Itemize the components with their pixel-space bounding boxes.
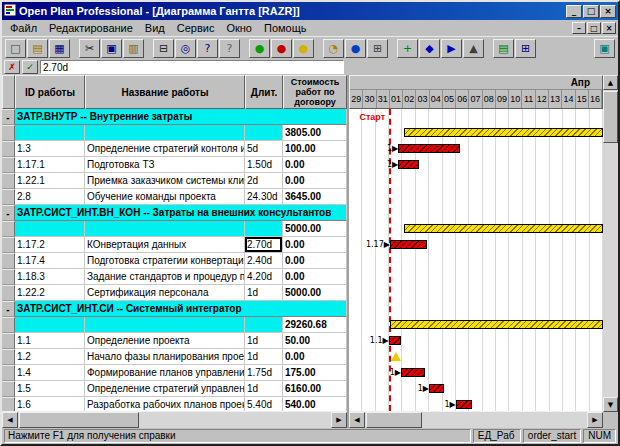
table-row[interactable]: 1.17.4Подготовка стратегии конвертации2.…	[2, 253, 347, 269]
cell-duration[interactable]: 1.75d	[245, 365, 283, 381]
cost-analysis-button[interactable]: ●	[293, 39, 314, 58]
gantt-scroll-left-button[interactable]: ◀	[349, 412, 365, 428]
table-row[interactable]: 29260.68	[2, 317, 347, 333]
cell-cost[interactable]: 0.00	[283, 253, 347, 269]
row-collapse-indicator[interactable]	[2, 221, 15, 237]
cell-name[interactable]: Приемка заказчиком системы клиент	[85, 173, 245, 189]
gantt-vscrollbar[interactable]: ▲ ▼	[603, 75, 618, 428]
vscroll-thumb[interactable]	[603, 91, 618, 143]
menu-item-4[interactable]: Окно	[220, 21, 258, 35]
new-document-button[interactable]: □	[5, 39, 26, 58]
cancel-edit-button[interactable]: ✗	[4, 60, 20, 74]
cell-cost[interactable]: 50.00	[283, 333, 347, 349]
copy-button[interactable]: ▣	[101, 39, 122, 58]
cell-duration[interactable]: 4.20d	[245, 269, 283, 285]
maximize-button[interactable]: □	[583, 5, 599, 18]
table-row[interactable]: 1.4Формирование планов управления1.75d17…	[2, 365, 347, 381]
cell-cost[interactable]: 3805.00	[283, 125, 347, 141]
header-duration[interactable]: Длит.	[245, 75, 283, 109]
resource-analysis-button[interactable]: ●	[271, 39, 292, 58]
row-collapse-indicator[interactable]	[2, 141, 15, 157]
menu-item-5[interactable]: Помощь	[258, 21, 313, 35]
cell-name[interactable]	[85, 125, 245, 141]
mdi-close-button[interactable]: ×	[602, 22, 616, 34]
cell-duration[interactable]	[245, 317, 283, 333]
cell-cost[interactable]: 0.00	[283, 269, 347, 285]
cell-id[interactable]: 1.6	[15, 397, 85, 411]
row-collapse-indicator[interactable]	[2, 237, 15, 253]
layout-button[interactable]: ▣	[594, 39, 615, 58]
cell-cost[interactable]: 0.00	[283, 237, 347, 253]
cell-duration[interactable]: 1d	[245, 333, 283, 349]
cell-id[interactable]: 1.2	[15, 349, 85, 365]
globe-button[interactable]: ●	[345, 39, 366, 58]
clock-button[interactable]: ◔	[323, 39, 344, 58]
cell-name[interactable]: Определение стратегий контоля и отч	[85, 141, 245, 157]
cell-cost[interactable]: 29260.68	[283, 317, 347, 333]
cell-id[interactable]: 1.3	[15, 141, 85, 157]
cell-duration[interactable]: 1.50d	[245, 157, 283, 173]
cell-duration[interactable]	[245, 125, 283, 141]
gantt-hscroll-thumb[interactable]	[366, 412, 422, 428]
cell-cost[interactable]: 0.00	[283, 173, 347, 189]
cell-id[interactable]	[15, 125, 85, 141]
table-row[interactable]: 1.6Разработка рабочих планов проекта5.40…	[2, 397, 347, 411]
gantt-bar-task[interactable]	[390, 240, 426, 249]
gantt-scroll-right-button[interactable]: ▶	[587, 412, 603, 428]
up-button[interactable]: ▲	[463, 39, 484, 58]
gantt-bar-summary[interactable]	[404, 224, 603, 233]
gantt-bar-task[interactable]	[456, 400, 472, 409]
cell-duration[interactable]: 1d	[245, 349, 283, 365]
link-button[interactable]: ◆	[419, 39, 440, 58]
cell-name[interactable]: Подготовка стратегии конвертации	[85, 253, 245, 269]
time-analysis-button[interactable]: ●	[249, 39, 270, 58]
row-collapse-indicator[interactable]: -	[2, 109, 15, 125]
row-collapse-indicator[interactable]	[2, 349, 15, 365]
cell-cost[interactable]: 175.00	[283, 365, 347, 381]
cell-id[interactable]: 1.1	[15, 333, 85, 349]
row-collapse-indicator[interactable]	[2, 157, 15, 173]
cell-duration[interactable]: 2.70d	[245, 237, 283, 253]
cell-name[interactable]: Подготовка ТЗ	[85, 157, 245, 173]
gantt-bar-task[interactable]	[389, 336, 401, 345]
gantt-bar-task[interactable]	[401, 368, 424, 377]
row-collapse-indicator[interactable]	[2, 173, 15, 189]
title-bar[interactable]: Open Plan Professional - [Диаграмма Гант…	[2, 2, 618, 20]
cell-cost[interactable]: 5000.00	[283, 221, 347, 237]
milestone-marker[interactable]	[391, 352, 401, 361]
calculator-button[interactable]: ⊞	[367, 39, 388, 58]
table-row[interactable]: 1.2Начало фазы планирования проекта1d0.0…	[2, 349, 347, 365]
gantt-hscroll-track[interactable]	[365, 412, 587, 428]
row-collapse-indicator[interactable]	[2, 317, 15, 333]
row-collapse-indicator[interactable]	[2, 253, 15, 269]
table-row[interactable]: -ЗАТР.СИСТ_ИНТ.СИ -- Системный интеграто…	[2, 301, 347, 317]
cell-duration[interactable]: 5.40d	[245, 397, 283, 411]
cell-name[interactable]: Разработка рабочих планов проекта	[85, 397, 245, 411]
cell-id[interactable]	[15, 317, 85, 333]
header-name[interactable]: Название работы	[85, 75, 245, 109]
cell-duration[interactable]: 1d	[245, 285, 283, 301]
minimize-button[interactable]: _	[566, 5, 582, 18]
table-hscroll-track[interactable]	[18, 412, 331, 428]
vscroll-track[interactable]	[603, 90, 618, 397]
cell-duration[interactable]: 5d	[245, 141, 283, 157]
mdi-minimize-button[interactable]: –	[572, 22, 586, 34]
save-button[interactable]: ▦	[49, 39, 70, 58]
scroll-up-button[interactable]: ▲	[603, 75, 618, 90]
cell-name[interactable]: Обучение команды проекта	[85, 189, 245, 205]
table-row[interactable]: 1.3Определение стратегий контоля и отч5d…	[2, 141, 347, 157]
cell-duration[interactable]	[245, 221, 283, 237]
menu-item-3[interactable]: Сервис	[171, 21, 221, 35]
cell-cost[interactable]: 6160.00	[283, 381, 347, 397]
cell-name[interactable]: Формирование планов управления	[85, 365, 245, 381]
cell-name[interactable]: Сертификация персонала	[85, 285, 245, 301]
edit-value-input[interactable]	[40, 60, 344, 74]
cell-duration[interactable]: 2.40d	[245, 253, 283, 269]
menu-item-1[interactable]: Редактирование	[43, 21, 139, 35]
scroll-left-button[interactable]: ◀	[2, 412, 18, 428]
table-row[interactable]: 1.17.1Подготовка ТЗ1.50d0.00	[2, 157, 347, 173]
cell-cost[interactable]: 3645.00	[283, 189, 347, 205]
cell-cost[interactable]: 5000.00	[283, 285, 347, 301]
row-collapse-indicator[interactable]	[2, 333, 15, 349]
cell-cost[interactable]: 0.00	[283, 157, 347, 173]
